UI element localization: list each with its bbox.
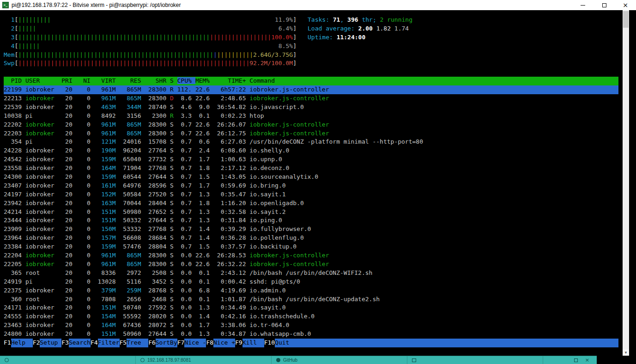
minimize-button[interactable] (572, 0, 594, 10)
process-row-22203[interactable]: 22203 iobroker 20 0 961M 865M 28300 S 0.… (4, 129, 618, 138)
process-row-24300[interactable]: 24300 iobroker 20 0 159M 60544 27644 S 0… (4, 173, 618, 182)
close-button[interactable]: × (615, 0, 636, 10)
process-row-22199[interactable]: 22199 iobroker 20 0 961M 865M 28300 R 11… (4, 85, 618, 94)
cell-pid: 23407 (4, 182, 25, 189)
fnkey-f4[interactable]: F4Filter (91, 339, 120, 347)
process-row-24800[interactable]: 24800 iobroker 20 0 151M 50960 27644 S 0… (4, 330, 618, 339)
fnkey-f10[interactable]: F10Quit (264, 339, 297, 347)
cell-cmd: io.openligadb.0 (249, 200, 303, 206)
column-header-pri[interactable]: PRI (61, 77, 76, 84)
cell-cmd: iobroker.js-controller (249, 121, 329, 128)
process-row-24555[interactable]: 24555 iobroker 20 0 154M 55592 28020 S 0… (4, 312, 618, 321)
cell-cmd: io.pollenflug.0 (249, 234, 303, 241)
cell-ni: 0 (76, 261, 94, 267)
taskbar-item[interactable] (0, 356, 136, 364)
cell-ni: 0 (76, 322, 94, 328)
cell-time: 0:34.49 (213, 304, 249, 311)
cell-cmd: io.shelly.0 (249, 147, 289, 154)
cell-pid: 24300 (4, 173, 25, 180)
fnkey-f7[interactable]: F7Nice - (177, 339, 206, 347)
fnkey-f6[interactable]: F6SortBy (148, 339, 177, 347)
fnkey-f1[interactable]: F1Help (4, 339, 33, 347)
process-table: PID USER PRI NI VIRT RES SHR S CPU% MEM%… (4, 77, 623, 339)
column-header-virt[interactable]: VIRT (94, 77, 120, 84)
cell-mem: 2.4 (195, 147, 213, 154)
tasks-count: 71 (333, 16, 340, 23)
process-row-365[interactable]: 365 root 20 0 8336 2972 2508 S 0.0 0.1 2… (4, 269, 618, 278)
load-15min: 1.74 (394, 25, 409, 32)
meter-label: Mem (4, 51, 14, 58)
process-row-24197[interactable]: 24197 iobroker 20 0 152M 50584 27520 S 0… (4, 190, 618, 199)
process-row-23942[interactable]: 23942 iobroker 20 0 163M 70044 28404 S 0… (4, 199, 618, 208)
column-header-shr[interactable]: SHR (145, 77, 170, 84)
cell-s: S (170, 322, 177, 328)
scrollbar-down-arrow-icon[interactable]: ▾ (623, 349, 629, 356)
cell-mem: 22.6 (195, 86, 213, 93)
column-header-command[interactable]: Command (249, 77, 275, 84)
column-header-time[interactable]: TIME+ (213, 77, 249, 84)
close-icon[interactable]: × (585, 358, 589, 363)
htop-header-area: 1[||||||||| 11.9%] 2[||||| 6.4%] 3[|||||… (4, 16, 623, 68)
fnkey-label: Filter (98, 339, 120, 347)
terminal-scrollbar[interactable]: ▾ (623, 10, 629, 356)
process-row-22213[interactable]: 22213 iobroker 20 0 961M 865M 28300 D 8.… (4, 94, 618, 103)
process-row-24919[interactable]: 24919 pi 20 0 13028 5116 3452 S 0.0 0.1 … (4, 278, 618, 286)
blank-line (4, 68, 623, 77)
cell-res: 57476 (120, 243, 145, 250)
cell-pid: 23384 (4, 243, 25, 250)
minimize-icon (581, 5, 585, 6)
process-row-24228[interactable]: 24228 iobroker 20 0 190M 96204 27764 S 0… (4, 146, 618, 155)
column-header-ni[interactable]: NI (76, 77, 94, 84)
fnkey-label: SortBy (156, 339, 177, 347)
column-header-pid[interactable]: PID (4, 77, 25, 84)
column-header-s[interactable]: S (170, 77, 177, 84)
cell-cmd: io.backitup.0 (249, 243, 297, 250)
process-row-22375[interactable]: 22375 iobroker 20 0 379M 259M 28768 S 0.… (4, 286, 618, 295)
column-header-cpu[interactable]: CPU% (177, 77, 195, 84)
fnkey-label: Help (11, 339, 33, 347)
column-header-user[interactable]: USER (25, 77, 61, 84)
fnkey-f3[interactable]: F3Search (61, 339, 91, 347)
cell-pid: 10038 (4, 112, 25, 119)
fnkey-f8[interactable]: F8Nice + (206, 339, 235, 347)
scrollbar-thumb[interactable] (623, 11, 629, 28)
cell-shr: 28300 (145, 261, 170, 267)
cell-user: iobroker (25, 173, 61, 180)
column-header-mem[interactable]: MEM% (195, 77, 213, 84)
process-row-23407[interactable]: 23407 iobroker 20 0 161M 64976 28596 S 0… (4, 182, 618, 190)
cell-shr: 28300 (145, 130, 170, 137)
process-row-10038[interactable]: 10038 pi 20 0 8492 3156 2300 R 3.3 0.1 0… (4, 112, 618, 121)
process-row-354[interactable]: 354 pi 20 0 121M 24016 15708 S 0.7 0.6 6… (4, 138, 618, 146)
taskbar-item[interactable] (407, 356, 543, 364)
taskbar-item[interactable]: 192.168.178.97:8081 (136, 356, 272, 364)
cell-ni: 0 (76, 234, 94, 241)
column-header-res[interactable]: RES (120, 77, 145, 84)
fnkey-f5[interactable]: F5Tree (120, 339, 149, 347)
cell-cpu: 0.0 (177, 261, 195, 267)
process-row-23909[interactable]: 23909 iobroker 20 0 150M 53332 27768 S 0… (4, 225, 618, 234)
restore-icon[interactable] (574, 358, 578, 362)
process-row-360[interactable]: 360 root 20 0 7808 2656 2468 S 0.0 0.1 1… (4, 295, 618, 304)
fnkey-f9[interactable]: F9Kill (235, 339, 264, 347)
cell-mem: 22.6 (195, 121, 213, 128)
process-row-22205[interactable]: 22205 iobroker 20 0 961M 865M 28300 S 0.… (4, 260, 618, 269)
process-row-23558[interactable]: 23558 iobroker 20 0 164M 71904 27768 S 0… (4, 164, 618, 173)
taskbar-item[interactable]: GitHub (272, 356, 407, 364)
process-row-23463[interactable]: 23463 iobroker 20 0 164M 67436 28072 S 0… (4, 321, 618, 330)
process-row-24171[interactable]: 24171 iobroker 20 0 151M 50740 27592 S 0… (4, 303, 618, 312)
process-row-22539[interactable]: 22539 iobroker 20 0 463M 344M 28740 S 4.… (4, 103, 618, 112)
maximize-button[interactable] (594, 0, 615, 10)
fnkey-label: Search (69, 339, 91, 347)
process-row-23964[interactable]: 23964 iobroker 20 0 157M 56608 28684 S 0… (4, 234, 618, 243)
process-row-24214[interactable]: 24214 iobroker 20 0 151M 50980 27652 S 0… (4, 208, 618, 217)
process-row-23384[interactable]: 23384 iobroker 20 0 159M 57476 28804 S 0… (4, 243, 618, 251)
process-row-22202[interactable]: 22202 iobroker 20 0 961M 865M 28300 S 0.… (4, 121, 618, 129)
fnkey-f2[interactable]: F2Setup (33, 339, 62, 347)
cell-mem: 1.3 (195, 217, 213, 224)
process-row-24542[interactable]: 24542 iobroker 20 0 159M 65040 27732 S 0… (4, 155, 618, 164)
process-row-23444[interactable]: 23444 iobroker 20 0 151M 50332 27644 S 0… (4, 216, 618, 225)
process-row-22204[interactable]: 22204 iobroker 20 0 961M 865M 28300 S 0.… (4, 251, 618, 260)
cell-mem: 22.6 (195, 261, 213, 267)
meter-swp: Swp[||||||||||||||||||||||||||||||||||||… (4, 59, 297, 68)
cell-virt: 163M (94, 200, 120, 206)
